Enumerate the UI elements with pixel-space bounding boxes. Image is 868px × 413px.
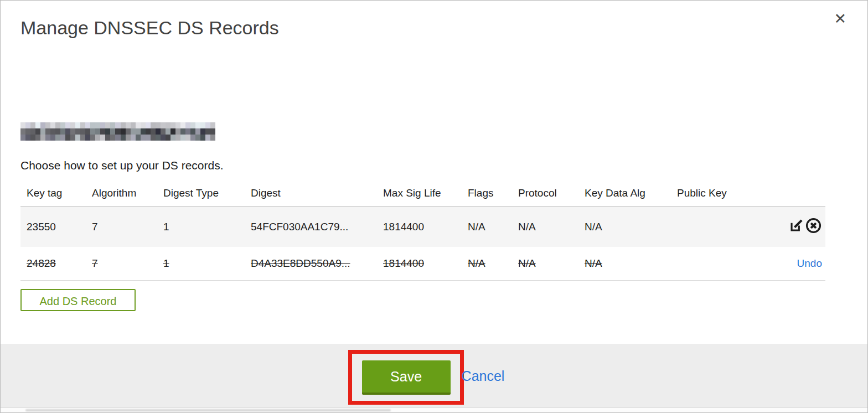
table-row-deleted: 24828 7 1 D4A33E8DD550A9... 1814400 N/A …	[20, 247, 825, 281]
add-ds-record-button[interactable]: Add DS Record	[20, 289, 136, 311]
col-header-actions	[773, 182, 825, 206]
cell-key-tag: 23550	[20, 206, 86, 247]
table-header-row: Key tag Algorithm Digest Type Digest Max…	[20, 182, 825, 206]
cell-public-key	[671, 206, 773, 247]
subtitle-text: Choose how to set up your DS records.	[20, 158, 848, 173]
redacted-domain-name	[20, 122, 215, 141]
cell-digest-type: 1	[157, 206, 245, 247]
red-annotation-box: Save	[348, 350, 464, 405]
cell-protocol: N/A	[512, 247, 578, 281]
col-header-digest-type: Digest Type	[157, 182, 245, 206]
cell-flags: N/A	[462, 206, 512, 247]
edit-record-icon[interactable]	[788, 218, 804, 234]
col-header-key-tag: Key tag	[20, 182, 86, 206]
col-header-key-data-alg: Key Data Alg	[578, 182, 671, 206]
row-actions	[773, 206, 825, 247]
cell-algorithm: 7	[86, 206, 157, 247]
table-row: 23550 7 1 54FCF030AA1C79... 1814400 N/A …	[20, 206, 825, 247]
cell-protocol: N/A	[512, 206, 578, 247]
cell-flags: N/A	[462, 247, 512, 281]
cell-digest: D4A33E8DD550A9...	[245, 247, 377, 281]
close-icon[interactable]: ✕	[834, 12, 846, 27]
col-header-digest: Digest	[245, 182, 377, 206]
cell-max-sig-life: 1814400	[377, 247, 462, 281]
row-actions: Undo	[773, 247, 825, 281]
cell-max-sig-life: 1814400	[377, 206, 462, 247]
page-title: Manage DNSSEC DS Records	[20, 15, 848, 40]
cell-digest-type: 1	[157, 247, 245, 281]
cell-key-tag: 24828	[20, 247, 86, 281]
cancel-link[interactable]: Cancel	[462, 368, 505, 384]
background-content-smudge	[25, 409, 391, 411]
cell-key-data-alg: N/A	[578, 206, 671, 247]
cell-digest: 54FCF030AA1C79...	[245, 206, 377, 247]
cell-public-key	[671, 247, 773, 281]
col-header-max-sig-life: Max Sig Life	[377, 182, 462, 206]
save-button[interactable]: Save	[362, 360, 451, 395]
col-header-flags: Flags	[462, 182, 512, 206]
modal-footer: Save Cancel	[1, 344, 867, 407]
cell-key-data-alg: N/A	[578, 247, 671, 281]
dnssec-modal: Manage DNSSEC DS Records ✕ Choose how to…	[0, 0, 868, 413]
underlying-page-strip	[1, 407, 867, 412]
col-header-protocol: Protocol	[512, 182, 578, 206]
col-header-algorithm: Algorithm	[86, 182, 157, 206]
delete-record-icon[interactable]	[805, 217, 822, 234]
undo-link[interactable]: Undo	[797, 257, 822, 269]
cell-algorithm: 7	[86, 247, 157, 281]
ds-records-table: Key tag Algorithm Digest Type Digest Max…	[20, 182, 825, 281]
col-header-public-key: Public Key	[671, 182, 773, 206]
